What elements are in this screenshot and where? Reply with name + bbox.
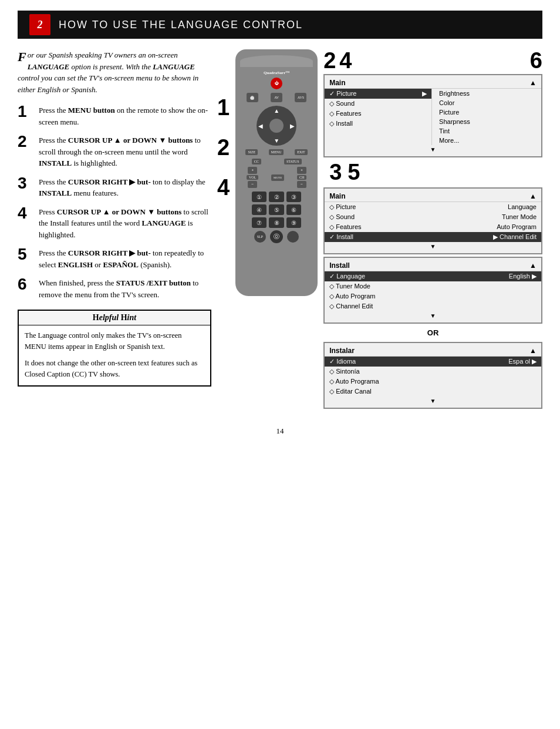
- nav-down-arrow[interactable]: ▼: [274, 137, 279, 144]
- menu-sintonia-row: ◇ Sintonía: [325, 367, 541, 377]
- diagram-step-2: 2: [323, 49, 336, 72]
- menu-install-row: ◇ Install: [325, 119, 431, 129]
- nav-right-arrow[interactable]: ▶: [290, 123, 295, 129]
- page-number: 14: [0, 426, 560, 436]
- menu-sharpness: Sharpness: [434, 117, 541, 126]
- menu-more: More...: [434, 136, 541, 145]
- main-content: F or our Spanish speaking TV owners an o…: [18, 49, 542, 409]
- nav-left-arrow[interactable]: ◀: [258, 123, 263, 129]
- top-right-area: 2 4 6: [323, 49, 542, 72]
- intro-text: F or our Spanish speaking TV owners an o…: [18, 49, 211, 95]
- step-2-number: 2: [18, 133, 34, 150]
- step-5-number: 5: [18, 246, 34, 263]
- menu-main-body: ✓ Picture▶ ◇ Sound ◇ Features ◇ Install …: [325, 89, 541, 145]
- menus-and-numbers: 2 4 6 Main▲ ✓ Picture▶ ◇ Sound: [323, 49, 542, 409]
- num-2-button[interactable]: ②: [269, 192, 284, 202]
- page-title: How to Use the Language Control: [59, 19, 303, 31]
- size-button[interactable]: SIZE: [245, 149, 258, 155]
- diagram-step-4: 4: [339, 49, 352, 72]
- step-2: 2 Press the CURSOR UP ▲ or DOWN ▼ button…: [18, 135, 211, 169]
- intro-body: or our Spanish speaking TV owners an on-…: [18, 51, 198, 94]
- menu-picture: Picture: [434, 107, 541, 117]
- menu-spanish-title: Instalar▲: [325, 345, 541, 357]
- page-header: 2 How to Use the Language Control: [18, 11, 542, 39]
- step-1-number: 1: [18, 103, 34, 120]
- hint-title: Helpful Hint: [19, 311, 210, 325]
- menu-idioma-row: ✓ IdiomaEspa ol ▶: [325, 357, 541, 367]
- menu-inst-picture: ◇ PictureLanguage: [325, 202, 541, 212]
- step-5: 5 Press the CURSOR RIGHT ▶ but- ton repe…: [18, 247, 211, 270]
- vol-up-button[interactable]: +: [248, 167, 257, 174]
- num-7-button[interactable]: ⑦: [252, 217, 266, 228]
- diagram-step-5: 5: [348, 160, 360, 185]
- diagram-area: 1 2 4 QuadraSurr™ ⏻: [217, 49, 542, 409]
- menu-spanish-arrow: ▼: [325, 397, 541, 405]
- num-5-button[interactable]: ⑤: [269, 204, 284, 215]
- menu-autoprog-row: ◇ Auto Program: [325, 291, 541, 301]
- av-button[interactable]: AV: [271, 93, 282, 102]
- ch-up-button[interactable]: +: [297, 167, 306, 174]
- sleep-button[interactable]: SLP: [254, 231, 266, 243]
- chapter-icon: 2: [29, 14, 50, 35]
- menu-language-row: ✓ LanguageEnglish ▶: [325, 271, 541, 281]
- step-1: 1 Press the MENU button on the remote to…: [18, 105, 211, 127]
- menu-install-english: Main▲ ◇ PictureLanguage ◇ SoundTuner Mod…: [323, 187, 542, 254]
- menu-inst-arrow: ▼: [325, 242, 541, 251]
- menu-main: Main▲ ✓ Picture▶ ◇ Sound ◇ Features ◇ In…: [323, 74, 542, 157]
- exit-button[interactable]: EXIT: [295, 149, 308, 155]
- ch-label: CH: [297, 175, 306, 180]
- menu-brightness: Brightness: [434, 89, 541, 98]
- nav-center[interactable]: [269, 119, 284, 133]
- menu-sound-row: ◇ Sound: [325, 99, 431, 109]
- page-wrapper: 2 How to Use the Language Control F or o…: [0, 11, 560, 436]
- ch-down-button[interactable]: −: [297, 181, 306, 188]
- step-4-text: Press CURSOR UP ▲ or DOWN ▼ buttons to s…: [39, 206, 211, 241]
- num-9-button[interactable]: ⑨: [286, 217, 301, 228]
- mid-step-numbers: 3 5: [323, 160, 542, 185]
- step-2-text: Press the CURSOR UP ▲ or DOWN ▼ buttons …: [39, 135, 211, 169]
- mute-button[interactable]: MUTE: [271, 174, 284, 181]
- step-6-number: 6: [18, 276, 34, 293]
- step-3: 3 Press the CURSOR RIGHT ▶ but- ton to d…: [18, 176, 211, 199]
- diagram-step-4b: 4: [217, 176, 230, 199]
- step-4-number: 4: [18, 205, 34, 221]
- num-3-button[interactable]: ③: [286, 192, 301, 202]
- step-5-text: Press the CURSOR RIGHT ▶ but- ton repeat…: [39, 247, 211, 270]
- menu-inst-sound: ◇ SoundTuner Mode: [325, 212, 541, 222]
- menu-button[interactable]: MENU: [269, 149, 284, 155]
- right-column: 1 2 4 QuadraSurr™ ⏻: [217, 49, 542, 409]
- num-0-button[interactable]: ⓪: [270, 230, 283, 243]
- num-4-button[interactable]: ④: [252, 204, 266, 215]
- diagram-step-6: 6: [530, 49, 542, 72]
- vol-label: VOL: [247, 175, 258, 180]
- menu-main-arrow: ▼: [325, 145, 541, 154]
- menu-autoprograma-row: ◇ Auto Programa: [325, 377, 541, 387]
- vol-down-button[interactable]: −: [248, 181, 257, 188]
- menu-color: Color: [434, 98, 541, 107]
- num-6-button[interactable]: ⑥: [286, 204, 301, 215]
- step-1-text: Press the MENU button on the remote to s…: [39, 105, 211, 127]
- num-8-button[interactable]: ⑧: [269, 217, 284, 228]
- remote-body: QuadraSurr™ ⏻ ⚪ AV AVS: [235, 49, 318, 296]
- menu-install-panel: Install▲ ✓ LanguageEnglish ▶ ◇ Tuner Mod…: [323, 257, 542, 324]
- menu-install-title: Main▲: [325, 191, 541, 202]
- hint-para-1: The Language control only makes the TV's…: [25, 330, 204, 353]
- status-button[interactable]: STATUS: [284, 159, 302, 164]
- steps-list: 1 Press the MENU button on the remote to…: [18, 105, 211, 300]
- avs-button[interactable]: AVS: [295, 93, 306, 102]
- menu-picture-row: ✓ Picture▶: [325, 89, 431, 99]
- hint-body: The Language control only makes the TV's…: [19, 325, 210, 385]
- menu-features-row: ◇ Features: [325, 109, 431, 119]
- input-button[interactable]: ⚪: [247, 93, 258, 102]
- power-button[interactable]: ⏻: [271, 78, 282, 89]
- cc-button[interactable]: CC: [252, 159, 261, 164]
- remote-illustration: QuadraSurr™ ⏻ ⚪ AV AVS: [235, 49, 318, 296]
- nav-up-arrow[interactable]: ▲: [274, 107, 279, 114]
- hint-para-2: It does not change the other on-screen t…: [25, 358, 204, 381]
- menu-inst-install: ✓ Install▶ Channel Edit: [325, 232, 541, 242]
- nav-circle: ▲ ▼ ◀ ▶: [257, 106, 296, 146]
- remote-brand: QuadraSurr™: [240, 70, 313, 75]
- blank-button[interactable]: [287, 231, 299, 243]
- step-4: 4 Press CURSOR UP ▲ or DOWN ▼ buttons to…: [18, 206, 211, 241]
- num-1-button[interactable]: ①: [252, 192, 266, 202]
